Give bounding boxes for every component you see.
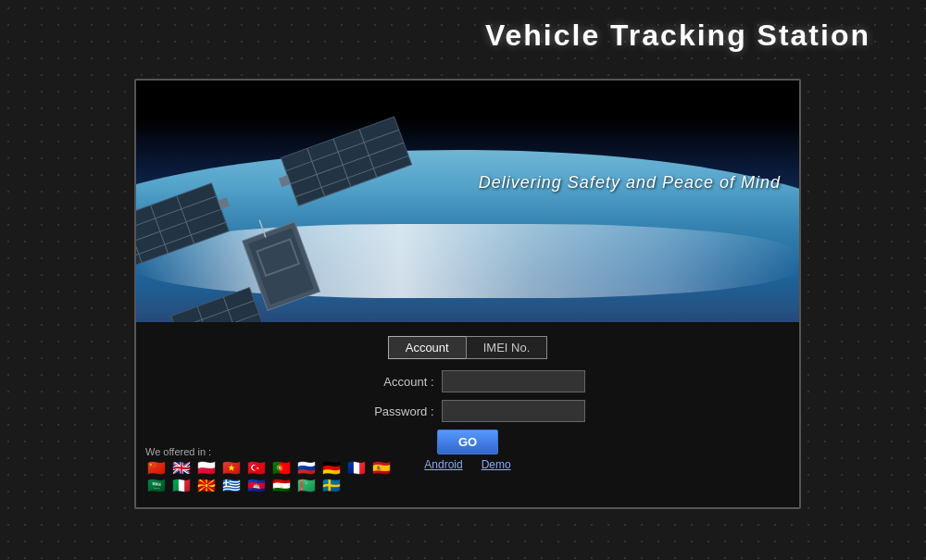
flag-icon[interactable]: 🇫🇷 [345,461,368,476]
account-input[interactable] [442,370,585,392]
offered-section: We offered in : 🇨🇳🇬🇧🇵🇱🇻🇳🇹🇷🇵🇹🇷🇺🇩🇪🇫🇷🇪🇸🇸🇦🇮🇹… [145,446,405,493]
flag-icon[interactable]: 🇰🇭 [245,479,268,493]
hero-image: Delivering Safety and Peace of Mind [136,81,799,335]
go-button[interactable]: GO [437,429,498,454]
login-area: Account IMEI No. Account : Password : GO… [136,322,799,507]
android-link[interactable]: Android [424,458,462,471]
flag-icon[interactable]: 🇸🇦 [145,479,168,493]
main-panel: Delivering Safety and Peace of Mind Acco… [134,79,801,509]
flags-row: 🇨🇳🇬🇧🇵🇱🇻🇳🇹🇷🇵🇹🇷🇺🇩🇪🇫🇷🇪🇸🇸🇦🇮🇹🇲🇰🇬🇷🇰🇭🇹🇯🇹🇲🇸🇪 [145,461,405,493]
password-input[interactable] [442,400,585,422]
offered-label: We offered in : [145,446,405,457]
flag-icon[interactable]: 🇻🇳 [220,461,243,476]
flag-icon[interactable]: 🇬🇧 [170,461,193,476]
flag-icon[interactable]: 🇹🇯 [270,479,293,493]
password-label: Password : [351,404,434,418]
flag-icon[interactable]: 🇬🇷 [220,479,243,493]
svg-rect-9 [282,117,412,205]
account-label: Account : [351,375,434,389]
demo-link[interactable]: Demo [482,458,511,471]
flag-icon[interactable]: 🇪🇸 [370,461,393,476]
satellite-graphic [136,108,460,335]
flag-icon[interactable]: 🇵🇹 [270,461,293,476]
tab-imei[interactable]: IMEI No. [466,336,548,359]
flag-icon[interactable]: 🇩🇪 [320,461,343,476]
flag-icon[interactable]: 🇨🇳 [145,461,168,476]
page-title: Vehicle Tracking Station [485,19,870,53]
flag-icon[interactable]: 🇵🇱 [195,461,218,476]
subtitle-text: Delivering Safety and Peace of Mind [479,173,781,193]
flag-icon[interactable]: 🇲🇰 [195,479,218,493]
flag-icon[interactable]: 🇮🇹 [170,479,193,493]
tab-account[interactable]: Account [388,336,466,359]
flag-icon[interactable]: 🇹🇲 [295,479,318,493]
flag-icon[interactable]: 🇹🇷 [245,461,268,476]
flag-icon[interactable]: 🇸🇪 [320,479,343,493]
flag-icon[interactable]: 🇷🇺 [295,461,318,476]
tabs-row: Account IMEI No. [155,336,781,359]
